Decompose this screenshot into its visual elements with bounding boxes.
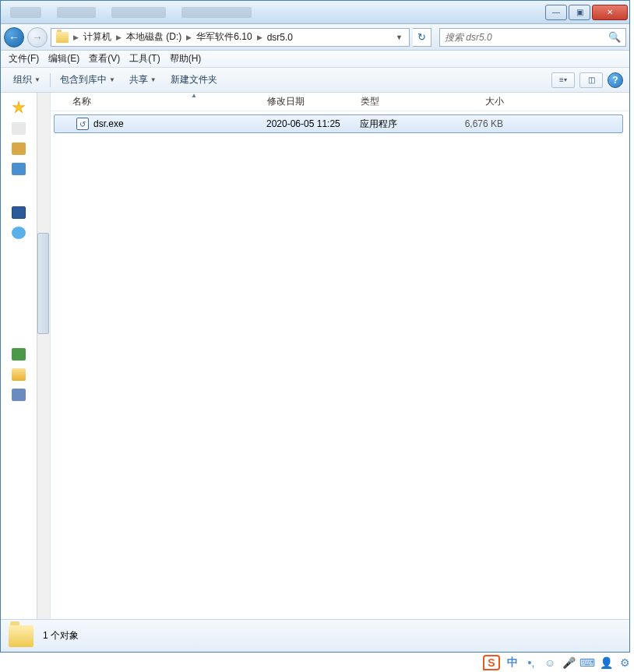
sidebar-item[interactable]	[12, 122, 26, 135]
address-dropdown[interactable]: ▼	[391, 33, 407, 41]
file-list-pane[interactable]: ▲ 名称 修改日期 类型 大小 ↺ dsr.exe 2020-06-05 11:…	[51, 93, 629, 619]
address-bar[interactable]: ▶ 计算机 ▶ 本地磁盘 (D:) ▶ 华军软件6.10 ▶ dsr5.0 ▼	[51, 28, 410, 47]
ime-icon[interactable]: 中	[506, 656, 519, 669]
arrow-right-icon: →	[32, 31, 43, 44]
close-button[interactable]: ✕	[592, 5, 628, 20]
column-date[interactable]: 修改日期	[261, 95, 354, 108]
chevron-down-icon: ▼	[150, 76, 157, 83]
file-name-cell: ↺ dsr.exe	[70, 118, 260, 130]
tray-icon[interactable]: •,	[525, 656, 537, 669]
maximize-button[interactable]: ▣	[569, 5, 590, 20]
file-type-cell: 应用程序	[354, 118, 447, 131]
mic-icon[interactable]: 🎤	[562, 656, 575, 669]
scrollbar-thumb[interactable]	[37, 233, 49, 334]
titlebar[interactable]: — ▣ ✕	[1, 1, 629, 24]
navbar: ← → ▶ 计算机 ▶ 本地磁盘 (D:) ▶ 华军软件6.10 ▶ dsr5.…	[1, 24, 629, 51]
new-folder-button[interactable]: 新建文件夹	[164, 71, 224, 89]
help-button[interactable]: ?	[608, 72, 623, 88]
view-mode-button[interactable]: ≡▾	[551, 72, 575, 88]
content-area: ▲ 名称 修改日期 类型 大小 ↺ dsr.exe 2020-06-05 11:…	[1, 93, 629, 619]
forward-button[interactable]: →	[27, 27, 48, 47]
sogou-icon[interactable]: S	[483, 655, 500, 670]
refresh-button[interactable]: ↻	[413, 28, 431, 47]
file-name: dsr.exe	[93, 118, 124, 129]
chevron-right-icon: ▶	[114, 33, 123, 41]
menu-tools[interactable]: 工具(T)	[125, 51, 164, 67]
back-button[interactable]: ←	[4, 27, 24, 47]
separator	[50, 73, 51, 87]
chevron-right-icon: ▶	[255, 33, 264, 41]
chevron-right-icon: ▶	[185, 33, 193, 41]
include-in-library-button[interactable]: 包含到库中▼	[54, 71, 122, 89]
column-type[interactable]: 类型	[354, 95, 448, 108]
folder-icon	[56, 32, 69, 43]
organize-button[interactable]: 组织▼	[7, 71, 47, 89]
nav-pane[interactable]	[1, 93, 51, 619]
menubar: 文件(F) 编辑(E) 查看(V) 工具(T) 帮助(H)	[1, 51, 629, 68]
pane-icon: ◫	[588, 76, 595, 84]
sidebar-item[interactable]	[12, 163, 26, 175]
column-headers: ▲ 名称 修改日期 类型 大小	[51, 93, 629, 111]
sidebar-item[interactable]	[12, 142, 26, 155]
favorites-icon[interactable]	[12, 100, 26, 114]
user-icon[interactable]: 👤	[600, 656, 612, 669]
folder-icon	[9, 625, 33, 647]
file-row[interactable]: ↺ dsr.exe 2020-06-05 11:25 应用程序 6,676 KB	[54, 114, 623, 133]
menu-edit[interactable]: 编辑(E)	[44, 51, 84, 67]
chevron-down-icon: ▼	[109, 76, 115, 83]
window-controls: — ▣ ✕	[544, 5, 628, 20]
breadcrumb[interactable]: dsr5.0	[264, 32, 296, 43]
cloud-icon[interactable]	[12, 227, 26, 239]
arrow-left-icon: ←	[9, 31, 19, 44]
breadcrumb[interactable]: 本地磁盘 (D:)	[123, 30, 185, 44]
keyboard-icon[interactable]: ⌨	[581, 656, 593, 669]
chevron-down-icon: ▼	[34, 76, 41, 83]
column-name[interactable]: 名称	[66, 95, 261, 108]
menu-file[interactable]: 文件(F)	[4, 51, 44, 67]
refresh-icon: ↻	[417, 31, 426, 43]
settings-icon[interactable]: ⚙	[618, 656, 631, 669]
search-box[interactable]: 🔍	[439, 28, 626, 47]
search-input[interactable]	[445, 32, 608, 43]
sidebar-item[interactable]	[12, 389, 26, 401]
emoji-icon[interactable]: ☺	[544, 656, 556, 669]
column-size[interactable]: 大小	[448, 95, 510, 108]
breadcrumb[interactable]: 计算机	[80, 30, 114, 44]
exe-icon: ↺	[76, 118, 89, 130]
breadcrumb[interactable]: 华军软件6.10	[193, 30, 255, 44]
chevron-down-icon: ▾	[564, 76, 567, 83]
share-button[interactable]: 共享▼	[123, 71, 163, 89]
minimize-button[interactable]: —	[545, 5, 567, 20]
menu-view[interactable]: 查看(V)	[84, 51, 125, 67]
preview-pane-button[interactable]: ◫	[579, 72, 603, 88]
status-bar: 1 个对象	[1, 619, 629, 652]
file-size-cell: 6,676 KB	[447, 118, 509, 129]
system-tray: S 中 •, ☺ 🎤 ⌨ 👤 ⚙	[483, 655, 631, 670]
titlebar-blur	[2, 7, 544, 18]
toolbar-right: ≡▾ ◫ ?	[551, 72, 623, 88]
sidebar-item[interactable]	[12, 348, 26, 361]
toolbar: 组织▼ 包含到库中▼ 共享▼ 新建文件夹 ≡▾ ◫ ?	[1, 68, 629, 93]
folder-icon[interactable]	[12, 368, 26, 381]
explorer-window: — ▣ ✕ ← → ▶ 计算机 ▶ 本地磁盘 (D:) ▶ 华军软件6.10 ▶…	[0, 0, 630, 653]
chevron-right-icon: ▶	[72, 33, 80, 41]
file-date-cell: 2020-06-05 11:25	[260, 118, 354, 129]
status-text: 1 个对象	[43, 629, 79, 642]
sort-indicator-icon: ▲	[191, 92, 197, 99]
menu-help[interactable]: 帮助(H)	[165, 51, 206, 67]
sidebar-scrollbar[interactable]	[37, 93, 50, 619]
search-icon[interactable]: 🔍	[608, 31, 621, 43]
computer-icon[interactable]	[12, 206, 26, 219]
